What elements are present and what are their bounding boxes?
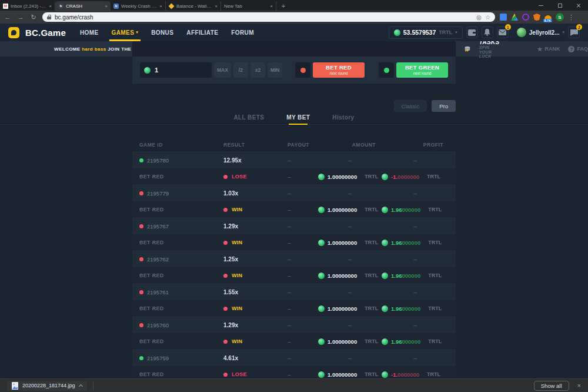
chat-button[interactable]: 2 bbox=[568, 26, 580, 38]
new-tab-button[interactable]: + bbox=[279, 1, 288, 11]
red-dot-icon bbox=[300, 68, 306, 73]
tab-close-icon[interactable]: × bbox=[49, 4, 52, 9]
nav-item-home[interactable]: HOME bbox=[80, 24, 99, 41]
coin-icon bbox=[318, 338, 325, 345]
nav-item-affiliate[interactable]: AFFILIATE bbox=[186, 24, 218, 41]
bet-red-button[interactable]: BET RED next round bbox=[313, 62, 365, 78]
bet-amount-input[interactable] bbox=[140, 62, 212, 78]
tab-close-icon[interactable]: × bbox=[159, 4, 162, 9]
classic-mode-button[interactable]: Classic bbox=[394, 100, 427, 112]
tab-my-bet[interactable]: MY BET bbox=[286, 114, 310, 124]
tab-close-icon[interactable]: × bbox=[215, 4, 218, 9]
half-button[interactable]: /2 bbox=[233, 62, 248, 78]
bet-green-button[interactable]: BET GREEN next round bbox=[396, 62, 448, 78]
tab-all-bets[interactable]: ALL BETS bbox=[233, 114, 264, 124]
table-row-bet[interactable]: BET RED LOSE – 1.00000000 TRTL -1.000000… bbox=[132, 168, 456, 185]
pro-mode-button[interactable]: Pro bbox=[432, 100, 456, 112]
chevron-up-icon[interactable] bbox=[79, 384, 83, 388]
table-row-game[interactable]: 2195780 12.95x – – – bbox=[132, 152, 456, 168]
metamask-extension-icon[interactable] bbox=[533, 14, 540, 21]
table-row-game[interactable]: 2195779 1.03x – – – bbox=[132, 185, 456, 201]
back-icon[interactable]: ← bbox=[4, 14, 12, 21]
tab-title: Weekly Crash Challenge - Red R bbox=[121, 4, 157, 9]
url-input[interactable]: bc.game/crash ◎ ☆ bbox=[42, 12, 495, 22]
browser-tab-gmail[interactable]: M Inbox (2,243) - skyjones84@gma × bbox=[0, 1, 55, 11]
nav-item-forum[interactable]: FORUM bbox=[231, 24, 254, 41]
question-icon: ? bbox=[568, 46, 574, 52]
profit-value: 1.96000000 bbox=[391, 207, 420, 213]
tab-title: Inbox (2,243) - skyjones84@gma bbox=[11, 4, 46, 9]
coin-icon bbox=[144, 67, 151, 74]
green-dot-icon bbox=[384, 68, 389, 73]
extension-badge-icon[interactable]: 8.7K bbox=[544, 15, 552, 21]
profit-placeholder: – bbox=[413, 289, 417, 295]
nav-item-games[interactable]: GAMES▾ bbox=[112, 24, 139, 41]
table-row-game[interactable]: 2195762 1.25x – – – bbox=[132, 251, 456, 267]
currency-label: TRTL bbox=[365, 273, 378, 278]
profit-trailing-zeros: 0000000 bbox=[397, 371, 419, 378]
nav-item-bonus[interactable]: BONUS bbox=[151, 24, 173, 41]
bcgame-logo[interactable]: BC.Game bbox=[8, 27, 66, 38]
messages-button[interactable]: 1 bbox=[497, 26, 509, 38]
table-row-bet[interactable]: BET RED WIN – 1.00000000 TRTL 1.96000000… bbox=[132, 333, 456, 350]
browser-tab-forum[interactable]: b Weekly Crash Challenge - Red R × bbox=[111, 1, 166, 11]
amount-placeholder: – bbox=[348, 190, 352, 197]
browser-tab-newtab[interactable]: New Tab × bbox=[221, 1, 276, 11]
tasks-widget[interactable]: TASKS SPIN YOUR LUCK bbox=[479, 39, 500, 59]
coin-icon bbox=[318, 207, 325, 213]
currency-label: TRTL bbox=[365, 207, 378, 212]
max-button[interactable]: MAX bbox=[214, 62, 231, 78]
download-bar-close-icon[interactable]: × bbox=[577, 382, 581, 389]
notifications-button[interactable] bbox=[482, 26, 493, 38]
url-text[interactable]: bc.game/crash bbox=[55, 14, 473, 21]
bookmark-star-icon[interactable]: ☆ bbox=[485, 14, 490, 21]
table-row-game[interactable]: 2195760 1.29x – – – bbox=[132, 317, 456, 333]
profit-trailing-zeros: 000000 bbox=[402, 207, 421, 213]
close-button[interactable] bbox=[569, 0, 588, 11]
table-row-bet[interactable]: BET RED WIN – 1.00000000 TRTL 1.96000000… bbox=[132, 267, 456, 284]
minimize-button[interactable] bbox=[532, 0, 550, 11]
faq-link[interactable]: ? FAQ bbox=[568, 46, 588, 52]
extension-ring-icon[interactable] bbox=[522, 14, 529, 21]
balance-dropdown[interactable]: 53.5579537 TRTL ▾ bbox=[389, 26, 463, 39]
crash-multiplier: 1.25x bbox=[223, 256, 238, 263]
table-row-game[interactable]: 2195759 4.61x – – – bbox=[132, 350, 456, 366]
download-item[interactable]: 20200228_181744.jpg bbox=[7, 381, 87, 391]
tasks-drum-icon[interactable] bbox=[464, 44, 471, 54]
table-row-bet[interactable]: BET RED WIN – 1.00000000 TRTL 1.96000000… bbox=[132, 300, 456, 317]
nav-label: AFFILIATE bbox=[186, 29, 218, 36]
extension-icon[interactable] bbox=[500, 14, 507, 21]
payout-placeholder: – bbox=[288, 355, 291, 361]
coin-icon bbox=[382, 174, 388, 180]
drive-extension-icon[interactable] bbox=[511, 14, 518, 21]
table-row-bet[interactable]: BET RED WIN – 1.00000000 TRTL 1.96000000… bbox=[132, 234, 456, 251]
round-result-dot bbox=[139, 356, 143, 360]
tab-title: New Tab bbox=[224, 4, 268, 9]
tab-title: CRASH bbox=[66, 4, 102, 9]
table-row-bet[interactable]: BET RED WIN – 1.00000000 TRTL 1.96000000… bbox=[132, 201, 456, 218]
rank-link[interactable]: ★ RANK bbox=[537, 46, 560, 52]
table-row-bet[interactable]: BET RED LOSE – 1.00000000 TRTL -1.000000… bbox=[132, 366, 456, 378]
tab-close-icon[interactable]: × bbox=[270, 4, 273, 9]
double-button[interactable]: x2 bbox=[250, 62, 265, 78]
table-row-game[interactable]: 2195761 1.55x – – – bbox=[132, 284, 456, 300]
site-info-icon[interactable]: ◎ bbox=[476, 14, 482, 21]
profile-avatar[interactable]: S bbox=[556, 13, 564, 21]
maximize-button[interactable] bbox=[550, 0, 569, 11]
show-all-button[interactable]: Show all bbox=[534, 381, 569, 391]
chrome-menu-icon[interactable]: ⋮ bbox=[568, 14, 574, 21]
tab-close-icon[interactable]: × bbox=[105, 4, 108, 9]
table-row-game[interactable]: 2195767 1.29x – – – bbox=[132, 218, 456, 234]
tab-history[interactable]: History bbox=[332, 114, 354, 124]
browser-tab-crash[interactable]: b CRASH × bbox=[55, 1, 111, 11]
reload-icon[interactable]: ↻ bbox=[29, 14, 38, 21]
user-menu[interactable]: Jellyroll2... ▾ bbox=[517, 28, 564, 37]
currency-label: TRTL bbox=[428, 207, 442, 212]
wallet-button[interactable] bbox=[466, 26, 478, 38]
col-header-amount: AMOUNT bbox=[318, 142, 382, 148]
coin-icon bbox=[318, 174, 325, 180]
forward-icon[interactable]: → bbox=[16, 14, 25, 21]
browser-tab-binance[interactable]: Balance - Wallet - Binance × bbox=[166, 1, 221, 11]
currency-label: TRTL bbox=[427, 371, 440, 377]
min-button[interactable]: MIN bbox=[268, 62, 283, 78]
